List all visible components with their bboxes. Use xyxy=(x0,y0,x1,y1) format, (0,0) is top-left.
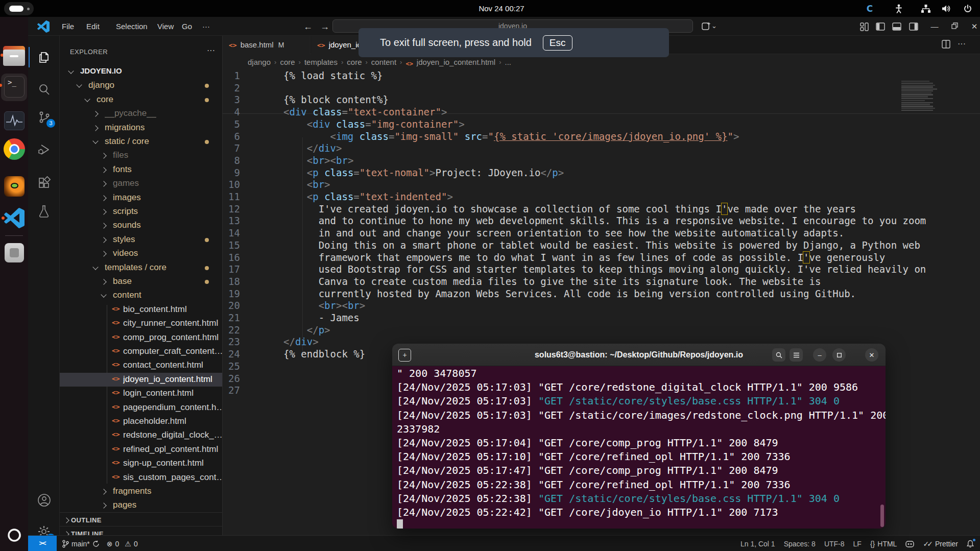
terminal-maximize-icon[interactable] xyxy=(832,348,846,362)
code-line[interactable]: 13 and to continue to hone my web develo… xyxy=(223,215,980,227)
toggle-primary-sidebar-icon[interactable] xyxy=(874,21,887,32)
tree-item[interactable]: content xyxy=(60,289,223,302)
menu-selection[interactable]: Selection xyxy=(111,17,153,36)
explorer-actions-icon[interactable]: ··· xyxy=(207,46,215,55)
tree-item[interactable]: <>pagependium_content.html xyxy=(60,401,223,415)
code-line[interactable]: 6 <img class="img-small" src="{% static … xyxy=(223,131,980,143)
code-line[interactable]: 3{% block content%} xyxy=(223,94,980,106)
tree-item[interactable]: <>jdoyen_io_content.html xyxy=(60,373,223,387)
tree-item[interactable]: django xyxy=(60,79,223,92)
new-tab-icon[interactable]: + xyxy=(398,349,411,362)
network-icon[interactable] xyxy=(918,0,934,17)
code-line[interactable]: 18 Canva to create custom media files to… xyxy=(223,276,980,288)
code-line[interactable]: 15 Doing this on a smart phone or tablet… xyxy=(223,239,980,252)
tree-item[interactable]: static / core xyxy=(60,135,223,149)
tree-item[interactable]: base xyxy=(60,275,223,289)
tree-item[interactable]: <>sis_custom_pages_content.html xyxy=(60,471,223,485)
notifications-bell-icon[interactable] xyxy=(967,540,974,548)
terminal-search-icon[interactable] xyxy=(772,348,785,362)
game-app-icon[interactable] xyxy=(4,176,25,197)
tree-item[interactable]: <>redstone_digital_clock_content.html xyxy=(60,428,223,442)
account-icon[interactable] xyxy=(36,492,52,508)
customize-layout-icon[interactable] xyxy=(858,21,870,32)
terminal-close-icon[interactable]: ✕ xyxy=(865,348,878,362)
toggle-panel-icon[interactable] xyxy=(891,21,903,32)
code-line[interactable]: 22 </p> xyxy=(223,324,980,337)
tree-item[interactable]: games xyxy=(60,177,223,190)
terminal-scrollbar-thumb[interactable] xyxy=(880,505,884,527)
code-line[interactable]: 21 - James xyxy=(223,312,980,324)
copilot-icon[interactable] xyxy=(905,540,914,547)
git-branch-item[interactable]: main* xyxy=(62,540,100,548)
minimize-button[interactable]: — xyxy=(928,21,941,32)
code-line[interactable]: 2 xyxy=(223,82,980,94)
tree-item[interactable]: scripts xyxy=(60,205,223,219)
terminal-header[interactable]: solus6t3@bastion: ~/Desktop/Github/Repos… xyxy=(392,344,886,366)
tree-item[interactable]: styles xyxy=(60,233,223,247)
prettier-item[interactable]: ✓✓ Prettier xyxy=(923,540,958,548)
indentation[interactable]: Spaces: 8 xyxy=(784,540,816,548)
code-line[interactable]: 19 currently hosted by Amazon Webs Servi… xyxy=(223,288,980,300)
code-line[interactable]: 16 framework that empowers me to do what… xyxy=(223,252,980,264)
tree-item[interactable]: templates / core xyxy=(60,261,223,275)
tree-item[interactable]: <>sign-up_content.html xyxy=(60,457,223,470)
menu-edit[interactable]: Edit xyxy=(81,17,105,36)
update-c-icon[interactable]: C xyxy=(862,0,877,17)
problems-item[interactable]: ⊗0 ⚠0 xyxy=(107,540,138,548)
terminal-app-icon[interactable]: >_ xyxy=(4,76,25,98)
code-line[interactable]: 20 <br><br> xyxy=(223,300,980,312)
breadcrumb-item[interactable]: ... xyxy=(505,58,511,66)
files-app-icon[interactable] xyxy=(3,45,25,67)
split-editor-icon[interactable] xyxy=(942,40,950,49)
encoding[interactable]: UTF-8 xyxy=(824,540,845,548)
tree-item[interactable]: __pycache__ xyxy=(60,107,223,121)
code-line[interactable]: 12 I've created jdoyen.io to showcase a … xyxy=(223,203,980,215)
breadcrumb[interactable]: django›core›templates›core›content›<>jdo… xyxy=(248,56,511,67)
editor-more-icon[interactable]: ··· xyxy=(958,39,966,49)
chrome-app-icon[interactable] xyxy=(4,138,25,160)
toggle-secondary-sidebar-icon[interactable] xyxy=(907,21,920,32)
code-line[interactable]: 10 <br> xyxy=(223,179,980,191)
tree-item[interactable]: core xyxy=(60,93,223,107)
tree-item[interactable]: <>refined_opl_content.html xyxy=(60,443,223,457)
software-center-app-icon[interactable] xyxy=(5,243,24,262)
tree-item[interactable]: files xyxy=(60,149,223,162)
extensions-icon[interactable] xyxy=(36,175,52,191)
breadcrumb-item[interactable]: django xyxy=(248,58,271,66)
source-control-icon[interactable]: 3 xyxy=(36,109,52,125)
tree-item[interactable]: <>comp_prog_content.html xyxy=(60,331,223,345)
timeline-section[interactable]: TIMELINE xyxy=(60,526,223,535)
forward-arrow[interactable]: → xyxy=(318,20,331,33)
restore-button[interactable] xyxy=(948,21,961,32)
cursor-position[interactable]: Ln 1, Col 1 xyxy=(740,540,775,548)
code-line[interactable]: 11 <p class="text-indented"> xyxy=(223,191,980,203)
run-debug-icon[interactable] xyxy=(36,141,52,158)
tree-item[interactable]: <>bio_content.html xyxy=(60,303,223,317)
terminal-menu-icon[interactable] xyxy=(790,348,803,362)
code-line[interactable]: 4<div class="text-container"> xyxy=(223,106,980,118)
code-line[interactable]: 14 in and out and change your screen ori… xyxy=(223,227,980,239)
tree-item[interactable]: migrations xyxy=(60,121,223,135)
code-line[interactable]: 7 </div> xyxy=(223,142,980,155)
breadcrumb-item[interactable]: templates xyxy=(304,58,338,66)
back-arrow[interactable]: ← xyxy=(301,20,315,33)
remote-indicator[interactable]: >< xyxy=(28,536,57,551)
code-line[interactable]: 9 <p class="text-nomal">Project: JDoyen.… xyxy=(223,167,980,179)
code-line[interactable]: 17 used Bootstrap for CSS and starter te… xyxy=(223,263,980,276)
tree-item[interactable]: videos xyxy=(60,247,223,260)
menu-go[interactable]: Go xyxy=(177,17,197,36)
breadcrumb-item[interactable]: core xyxy=(280,58,295,66)
search-icon[interactable] xyxy=(36,81,52,98)
tree-item[interactable]: <>login_content.html xyxy=(60,387,223,400)
tree-item[interactable]: fonts xyxy=(60,163,223,177)
tree-item[interactable]: fragments xyxy=(60,485,223,498)
breadcrumb-item[interactable]: content xyxy=(371,58,396,66)
code-line[interactable]: 1{% load static %} xyxy=(223,70,980,82)
tree-item[interactable]: sounds xyxy=(60,219,223,232)
outline-section[interactable]: OUTLINE xyxy=(60,512,223,526)
testing-icon[interactable] xyxy=(36,203,52,220)
tab-base-html[interactable]: <> base.html M xyxy=(223,36,310,54)
eol[interactable]: LF xyxy=(853,540,862,548)
volume-icon[interactable] xyxy=(939,0,954,17)
code-line[interactable]: 8 <br><br> xyxy=(223,155,980,167)
